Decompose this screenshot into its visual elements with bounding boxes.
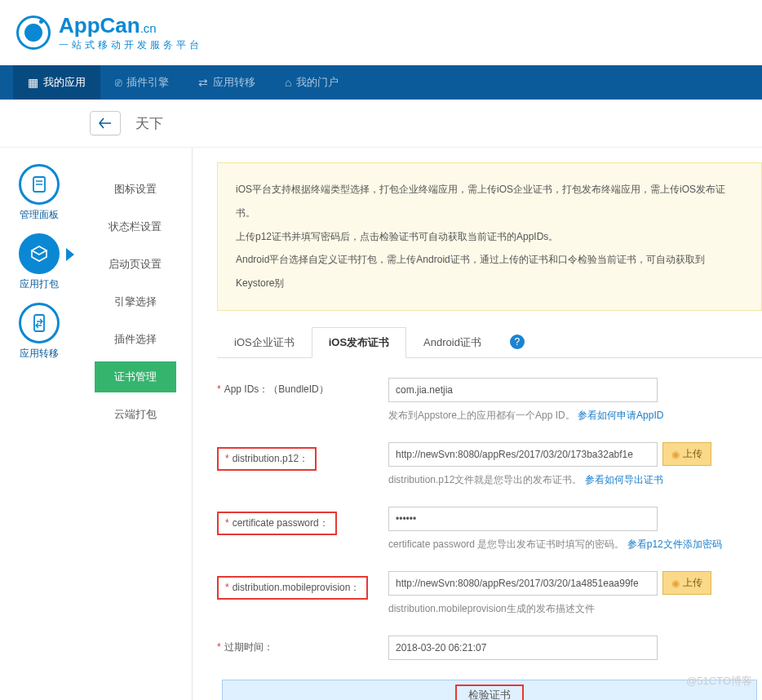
hint-text: distribution.p12文件就是您导出的发布证书。 <box>388 474 582 485</box>
top-nav: ▦我的应用 ⎚插件引擎 ⇄应用转移 ⌂我的门户 <box>0 65 762 100</box>
notice-line: iOS平台支持根据终端类型选择，打包企业终端应用，需上传iOS企业证书，打包发布… <box>236 178 743 225</box>
label-provision: distribution.mobileprovision： <box>233 582 361 593</box>
help-icon[interactable]: ? <box>510 334 525 349</box>
nav-label: 我的门户 <box>296 75 339 90</box>
main-content: iOS平台支持根据终端类型选择，打包企业终端应用，需上传iOS企业证书，打包发布… <box>193 148 762 700</box>
rail-admin-panel[interactable]: 管理面板 <box>19 164 60 222</box>
hint-text: certificate password 是您导出发布证书时填写的密码。 <box>388 538 624 550</box>
watermark: @51CTO博客 <box>686 674 752 689</box>
upload-provision-button[interactable]: ◉上传 <box>662 571 711 595</box>
nav-label: 插件引擎 <box>126 75 169 90</box>
rail-label: 应用转移 <box>20 347 59 361</box>
back-button[interactable] <box>90 111 121 135</box>
eye-icon: ◉ <box>671 578 680 589</box>
row-expire: *过期时间： <box>217 636 762 660</box>
package-icon <box>29 243 50 264</box>
logo-icon <box>16 16 51 50</box>
rail-app-transfer[interactable]: 应用转移 <box>19 303 60 361</box>
verify-cert-button[interactable]: 检验证书 <box>222 680 757 700</box>
eye-icon: ◉ <box>671 449 680 460</box>
upload-label: 上传 <box>683 447 702 461</box>
row-appid: *App IDs：（BundleID） 发布到Appstore上的应用都有一个A… <box>217 378 762 423</box>
svg-rect-3 <box>34 315 44 331</box>
row-p12: *distribution.p12： ◉上传 distribution.p12文… <box>217 442 762 487</box>
nav-app-transfer[interactable]: ⇄应用转移 <box>184 65 270 100</box>
provision-input[interactable] <box>388 571 658 596</box>
hint-text: distribution.mobileprovision生成的发布描述文件 <box>388 603 595 614</box>
transfer-icon <box>29 312 50 334</box>
cert-tabs: iOS企业证书 iOS发布证书 Android证书 ? <box>217 327 762 358</box>
rail-app-package[interactable]: 应用打包 <box>19 233 60 291</box>
app-bar: 天下 <box>0 100 762 148</box>
rail-label: 管理面板 <box>20 208 59 222</box>
nav-my-portal[interactable]: ⌂我的门户 <box>270 65 353 100</box>
link-pwd-help[interactable]: 参看p12文件添加密码 <box>627 538 722 550</box>
p12-input[interactable] <box>388 442 658 467</box>
sub-menu: 图标设置 状态栏设置 启动页设置 引擎选择 插件选择 证书管理 云端打包 <box>78 148 193 700</box>
expire-input[interactable] <box>388 636 658 660</box>
link-p12-help[interactable]: 参看如何导出证书 <box>585 474 663 485</box>
tab-ios-release[interactable]: iOS发布证书 <box>312 327 406 358</box>
submenu-launch-settings[interactable]: 启动页设置 <box>95 249 176 280</box>
grid-icon: ▦ <box>28 76 38 89</box>
label-expire: 过期时间： <box>224 641 273 653</box>
row-password: *certificate password： certificate passw… <box>217 507 762 552</box>
portal-icon: ⌂ <box>285 76 291 89</box>
nav-my-apps[interactable]: ▦我的应用 <box>13 65 100 100</box>
label-password: certificate password： <box>233 517 329 529</box>
label-p12: distribution.p12： <box>233 453 308 464</box>
submenu-cloud-package[interactable]: 云端打包 <box>95 399 176 430</box>
row-provision: *distribution.mobileprovision： ◉上传 distr… <box>217 571 762 616</box>
left-rail: 管理面板 应用打包 应用转移 <box>0 148 78 700</box>
logo-slogan: 一站式移动开发服务平台 <box>59 38 202 52</box>
tab-ios-enterprise[interactable]: iOS企业证书 <box>217 327 312 358</box>
nav-plugin-engine[interactable]: ⎚插件引擎 <box>100 65 184 100</box>
logo-name: AppCan <box>59 13 140 38</box>
notice-box: iOS平台支持根据终端类型选择，打包企业终端应用，需上传iOS企业证书，打包发布… <box>217 162 762 311</box>
label-appid: App IDs：（BundleID） <box>224 383 329 395</box>
hint-text: 发布到Appstore上的应用都有一个App ID。 <box>388 410 575 421</box>
notice-line: 上传p12证书并填写密码后，点击检验证书可自动获取当前证书的AppIDs。 <box>236 225 743 249</box>
submenu-plugin-select[interactable]: 插件选择 <box>95 324 176 355</box>
brand-header: AppCan.cn 一站式移动开发服务平台 <box>0 0 762 65</box>
active-arrow-icon <box>66 248 74 261</box>
back-arrow-icon <box>99 117 112 129</box>
upload-p12-button[interactable]: ◉上传 <box>662 442 711 466</box>
app-title: 天下 <box>135 114 163 133</box>
rail-label: 应用打包 <box>20 277 59 291</box>
submenu-cert-manage[interactable]: 证书管理 <box>95 361 176 392</box>
link-appid-help[interactable]: 参看如何申请AppID <box>578 410 663 421</box>
notice-line: Android平台选择自定义证书打包，需上传Android证书，通过上传的证书和… <box>236 248 743 295</box>
submenu-engine-select[interactable]: 引擎选择 <box>95 286 176 317</box>
transfer-icon: ⇄ <box>198 76 208 89</box>
tab-android[interactable]: Android证书 <box>406 327 498 358</box>
submenu-icon-settings[interactable]: 图标设置 <box>95 174 176 205</box>
submenu-statusbar-settings[interactable]: 状态栏设置 <box>95 211 176 242</box>
panel-icon <box>29 174 50 195</box>
nav-label: 应用转移 <box>213 75 255 90</box>
password-input[interactable] <box>388 507 658 531</box>
nav-label: 我的应用 <box>43 75 86 90</box>
logo-suffix: .cn <box>140 21 157 35</box>
verify-label: 检验证书 <box>455 684 524 700</box>
appid-input[interactable] <box>388 378 658 402</box>
plug-icon: ⎚ <box>115 76 122 89</box>
upload-label: 上传 <box>683 576 702 590</box>
